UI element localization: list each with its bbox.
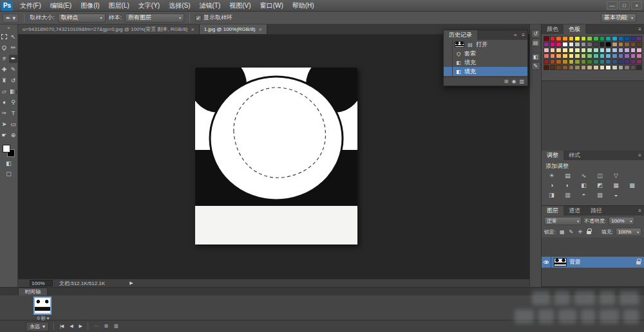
color-swatch[interactable]: [624, 53, 630, 59]
color-swatch[interactable]: [544, 53, 549, 59]
color-swatch[interactable]: [636, 42, 642, 47]
color-swatch[interactable]: [593, 42, 599, 47]
color-swatch[interactable]: [544, 36, 549, 41]
shape-tool[interactable]: ▭: [9, 120, 17, 129]
hand-tool[interactable]: ☛: [0, 131, 8, 140]
color-swatch[interactable]: [593, 53, 599, 59]
color-swatch[interactable]: [556, 65, 562, 70]
lock-all-icon[interactable]: [585, 228, 592, 235]
panel-collapse-icon[interactable]: »: [511, 30, 519, 40]
first-frame-button[interactable]: |◀: [59, 324, 64, 329]
healing-brush-tool[interactable]: ✚: [0, 66, 8, 74]
previous-frame-button[interactable]: ◀: [68, 324, 73, 329]
gradient-tool[interactable]: [9, 88, 17, 96]
color-swatch[interactable]: [562, 53, 568, 59]
color-swatch[interactable]: [562, 65, 568, 70]
color-swatch[interactable]: [612, 48, 618, 53]
panel-tab[interactable]: 样式: [564, 151, 585, 160]
color-swatch[interactable]: [624, 42, 630, 47]
close-tab-icon[interactable]: ×: [191, 26, 194, 33]
menu-item[interactable]: 文件(F): [15, 2, 46, 9]
color-swatch[interactable]: [612, 65, 618, 70]
duplicate-frame-button[interactable]: ⊞: [103, 324, 109, 329]
menu-item[interactable]: 文字(Y): [134, 2, 164, 9]
sample-size-select[interactable]: 取样点 ▾: [58, 14, 106, 23]
color-swatch[interactable]: [630, 65, 636, 70]
color-swatch[interactable]: [581, 42, 587, 47]
collapsed-history-panel-icon[interactable]: ↺: [531, 30, 540, 38]
crop-tool[interactable]: #: [0, 55, 8, 63]
collapsed-panel-icon-1[interactable]: ◧: [531, 53, 540, 61]
panel-tab[interactable]: 图层: [542, 206, 564, 216]
lock-transparent-pixels-icon[interactable]: ▦: [558, 229, 565, 235]
posterize-icon[interactable]: ▥: [561, 190, 574, 200]
panel-tab[interactable]: 通道: [564, 206, 585, 216]
color-swatch[interactable]: [636, 48, 642, 53]
color-swatch[interactable]: [605, 36, 611, 41]
move-tool[interactable]: ↖: [9, 33, 17, 41]
show-sampling-ring-checkbox[interactable]: ✓ 显示取样环: [195, 14, 232, 22]
color-swatch[interactable]: [600, 48, 605, 53]
levels-icon[interactable]: ▤: [561, 171, 574, 181]
color-swatch[interactable]: [605, 65, 611, 70]
blend-mode-select[interactable]: 正常 ▾: [544, 217, 582, 225]
zoom-tool[interactable]: ⊕: [9, 131, 17, 140]
lock-image-pixels-icon[interactable]: ✎: [567, 229, 574, 235]
delete-frame-button[interactable]: ▥: [113, 324, 119, 329]
menu-item[interactable]: 图像(I): [76, 2, 104, 9]
document-tab[interactable]: u=943189070,743210109&fm=27&gp=0.jpg @ 1…: [18, 24, 200, 34]
panel-menu-icon[interactable]: ≡: [636, 151, 644, 160]
history-brush-tool[interactable]: ↺: [9, 77, 17, 85]
history-step[interactable]: ▤打开: [444, 40, 527, 49]
color-swatch[interactable]: [624, 59, 630, 64]
color-swatch[interactable]: [605, 53, 611, 59]
color-swatch[interactable]: [581, 36, 587, 41]
panel-menu-icon[interactable]: ≡: [636, 24, 644, 34]
color-swatch[interactable]: [581, 59, 587, 64]
color-swatch[interactable]: [550, 53, 556, 59]
collapsed-panel-icon-2[interactable]: ✎: [531, 62, 540, 70]
color-swatch[interactable]: [544, 65, 549, 70]
minimize-button[interactable]: —: [607, 1, 618, 10]
color-swatch[interactable]: [574, 59, 580, 64]
color-swatch[interactable]: [636, 59, 642, 64]
quick-selection-tool[interactable]: ✏: [9, 44, 17, 52]
curves-icon[interactable]: ∿: [577, 171, 591, 181]
vibrance-icon[interactable]: ▽: [609, 171, 623, 181]
color-swatch[interactable]: [556, 48, 562, 53]
gradient-map-icon[interactable]: ▧: [593, 190, 607, 200]
layer-row[interactable]: 背景: [542, 257, 644, 268]
menu-item[interactable]: 选择(S): [164, 2, 194, 9]
color-swatch[interactable]: [618, 42, 624, 47]
pen-tool[interactable]: ✑: [0, 109, 8, 118]
collapsed-properties-panel-icon[interactable]: ▤: [531, 39, 540, 47]
black-white-icon[interactable]: ◧: [577, 181, 591, 190]
color-swatch[interactable]: [562, 48, 568, 53]
animation-frame[interactable]: 0 秒 ▾: [33, 297, 53, 322]
status-options-arrow-icon[interactable]: ▶: [129, 281, 133, 286]
color-swatch[interactable]: [569, 65, 574, 70]
color-swatch[interactable]: [624, 65, 630, 70]
color-swatch[interactable]: [600, 59, 605, 64]
color-swatch[interactable]: [605, 59, 611, 64]
color-swatch[interactable]: [569, 48, 574, 53]
visibility-eye-icon[interactable]: [542, 257, 551, 268]
color-swatch[interactable]: [593, 48, 599, 53]
color-swatch[interactable]: [581, 53, 587, 59]
color-swatch[interactable]: [574, 36, 580, 41]
color-swatch[interactable]: [618, 36, 624, 41]
color-swatch[interactable]: [618, 48, 624, 53]
photo-filter-icon[interactable]: ◩: [593, 181, 607, 190]
color-swatch[interactable]: [569, 36, 574, 41]
type-tool[interactable]: T: [9, 109, 17, 118]
menu-item[interactable]: 窗口(W): [256, 2, 288, 9]
color-swatch[interactable]: [624, 48, 630, 53]
color-swatch[interactable]: [600, 53, 605, 59]
color-swatch[interactable]: [600, 65, 605, 70]
menu-item[interactable]: 帮助(H): [288, 2, 319, 9]
channel-mixer-icon[interactable]: ▦: [609, 181, 623, 190]
color-swatch[interactable]: [556, 53, 562, 59]
fill-select[interactable]: 100% ▾: [616, 228, 641, 236]
panel-tab[interactable]: 颜色: [542, 24, 564, 34]
rectangular-marquee-tool[interactable]: [0, 33, 8, 41]
